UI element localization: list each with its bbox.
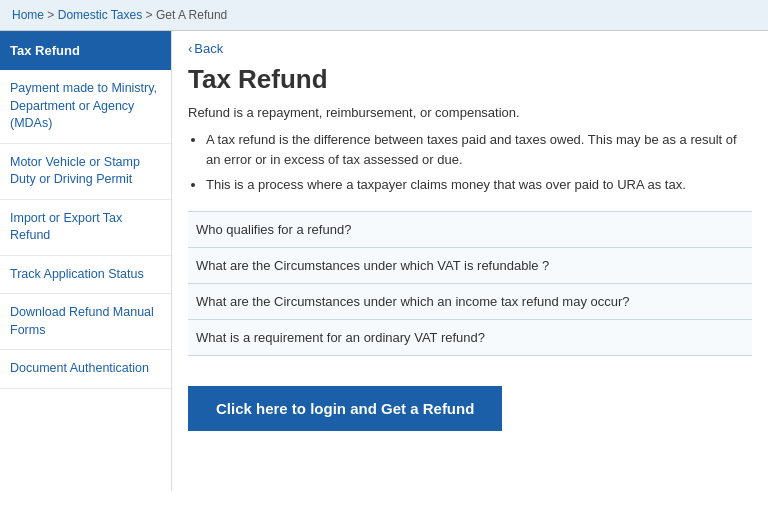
- sidebar: Tax Refund Payment made to Ministry, Dep…: [0, 31, 172, 491]
- cta-container: Click here to login and Get a Refund: [188, 376, 752, 441]
- breadcrumb: Home > Domestic Taxes > Get A Refund: [0, 0, 768, 31]
- back-link[interactable]: Back: [188, 41, 223, 56]
- breadcrumb-sep2: >: [146, 8, 153, 22]
- sidebar-item-document-auth[interactable]: Document Authentication: [0, 350, 171, 389]
- main-layout: Tax Refund Payment made to Ministry, Dep…: [0, 31, 768, 491]
- faq-item-1[interactable]: Who qualifies for a refund?: [188, 211, 752, 247]
- faq-section: Who qualifies for a refund? What are the…: [188, 211, 752, 356]
- page-title: Tax Refund: [188, 64, 752, 95]
- sidebar-item-track-status[interactable]: Track Application Status: [0, 256, 171, 295]
- sidebar-item-import-export[interactable]: Import or Export Tax Refund: [0, 200, 171, 256]
- faq-item-3[interactable]: What are the Circumstances under which a…: [188, 283, 752, 319]
- breadcrumb-domestic[interactable]: Domestic Taxes: [58, 8, 142, 22]
- bullet-list: A tax refund is the difference between t…: [206, 130, 752, 195]
- intro-text: Refund is a repayment, reimbursement, or…: [188, 105, 752, 120]
- breadcrumb-current: Get A Refund: [156, 8, 227, 22]
- sidebar-header: Tax Refund: [0, 31, 171, 70]
- faq-item-4[interactable]: What is a requirement for an ordinary VA…: [188, 319, 752, 356]
- sidebar-item-motor-vehicle[interactable]: Motor Vehicle or Stamp Duty or Driving P…: [0, 144, 171, 200]
- content-area: Back Tax Refund Refund is a repayment, r…: [172, 31, 768, 491]
- bullet-item-2: This is a process where a taxpayer claim…: [206, 175, 752, 195]
- sidebar-item-download-forms[interactable]: Download Refund Manual Forms: [0, 294, 171, 350]
- breadcrumb-sep1: >: [47, 8, 54, 22]
- sidebar-item-payment-mda[interactable]: Payment made to Ministry, Department or …: [0, 70, 171, 144]
- bullet-item-1: A tax refund is the difference between t…: [206, 130, 752, 169]
- cta-button[interactable]: Click here to login and Get a Refund: [188, 386, 502, 431]
- faq-item-2[interactable]: What are the Circumstances under which V…: [188, 247, 752, 283]
- breadcrumb-home[interactable]: Home: [12, 8, 44, 22]
